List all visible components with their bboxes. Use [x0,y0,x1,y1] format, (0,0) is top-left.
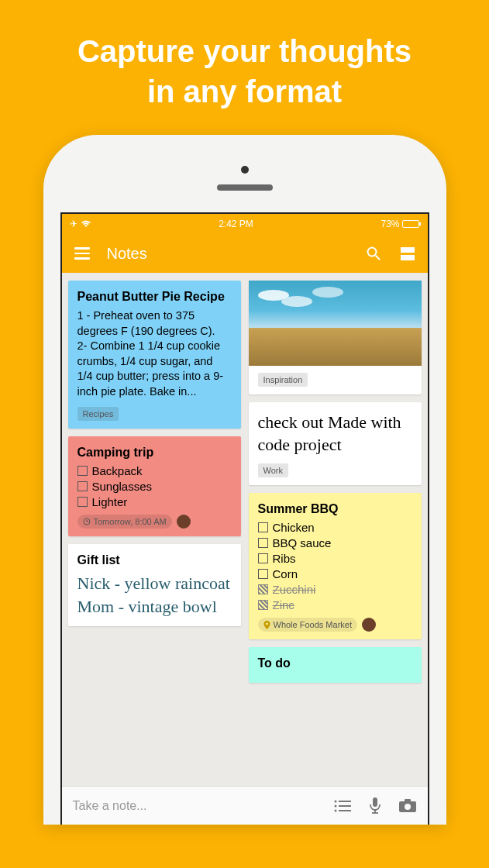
note-card-code[interactable]: check out Made with code project Work [249,402,422,485]
note-title: Camping trip [77,446,232,460]
column-right: Inspiration check out Made with code pro… [249,281,422,778]
location-row: Whole Foods Market [258,618,412,632]
note-title: To do [258,656,412,670]
note-label[interactable]: Inspiration [258,373,308,387]
note-card-giftlist[interactable]: Gift list Nick - yellow raincoat Mom - v… [68,544,241,625]
camera-icon[interactable] [398,797,417,815]
item-text: Corn [273,567,298,580]
checkbox-icon[interactable] [258,538,268,548]
reminder-row: Tomorrow, 8:00 AM [77,515,232,529]
location-chip[interactable]: Whole Foods Market [258,618,357,632]
battery-percent: 73% [381,219,399,229]
note-body: check out Made with code project [258,412,412,456]
checkbox-icon[interactable] [258,569,268,579]
view-toggle-icon[interactable] [398,244,417,263]
list-icon[interactable] [333,797,352,815]
svg-rect-9 [339,810,351,811]
note-label[interactable]: Recipes [77,407,119,421]
note-card-camping[interactable]: Camping trip Backpack Sunglasses Lighter… [68,436,241,536]
avatar[interactable] [177,515,191,529]
hero-text: Capture your thoughts in any format [0,0,489,135]
checkbox-icon[interactable] [77,497,88,507]
svg-line-1 [375,256,380,260]
note-image [249,281,422,366]
list-item[interactable]: Zinc [258,598,412,611]
list-item[interactable]: Zucchini [258,583,412,596]
checkbox-icon[interactable] [258,600,268,610]
bottom-bar: Take a note... [62,786,428,825]
location-text: Whole Foods Market [274,620,352,629]
svg-rect-7 [339,805,351,807]
hero-line1: Capture your thoughts [77,34,412,68]
notes-grid[interactable]: Peanut Butter Pie Recipe 1 - Preheat ove… [62,273,428,786]
svg-rect-14 [405,799,411,802]
note-title: Summer BBQ [258,502,412,516]
checkbox-icon[interactable] [258,553,268,563]
item-text: Zucchini [273,583,316,596]
svg-point-3 [266,622,268,625]
list-item[interactable]: BBQ sauce [258,536,412,549]
note-body: Nick - yellow raincoat Mom - vintage bow… [77,572,232,618]
checkbox-icon[interactable] [77,466,88,476]
list-item[interactable]: Backpack [77,464,232,477]
item-text: Lighter [92,495,128,508]
hero-line2: in any format [147,74,342,108]
reminder-chip[interactable]: Tomorrow, 8:00 AM [77,515,172,529]
note-title: Gift list [77,553,232,567]
list-item[interactable]: Sunglasses [77,480,232,493]
airplane-icon: ✈ [70,219,77,229]
note-body: 1 - Preheat oven to 375 degrees F (190 d… [77,308,232,399]
microphone-icon[interactable] [366,797,384,815]
phone-top [60,152,429,212]
svg-rect-5 [339,801,351,802]
status-bar: ✈ 2:42 PM 73% [62,214,428,234]
item-text: BBQ sauce [273,536,332,549]
phone-camera [241,166,249,174]
list-item[interactable]: Corn [258,567,412,580]
app-title: Notes [107,245,349,263]
battery-icon [402,220,419,228]
item-text: Sunglasses [92,480,153,493]
take-note-input[interactable]: Take a note... [73,799,319,813]
status-time: 2:42 PM [219,219,253,229]
svg-point-8 [334,809,336,811]
checkbox-icon[interactable] [258,584,268,594]
phone-speaker [217,184,273,191]
app-bar: Notes [62,234,428,273]
menu-icon[interactable] [73,244,91,263]
column-left: Peanut Butter Pie Recipe 1 - Preheat ove… [68,281,241,778]
list-item[interactable]: Chicken [258,521,412,534]
screen: ✈ 2:42 PM 73% Notes Peanut Butter P [60,212,429,825]
note-title: Peanut Butter Pie Recipe [77,290,232,304]
note-card-bbq[interactable]: Summer BBQ Chicken BBQ sauce Ribs Corn Z… [249,493,422,639]
item-text: Chicken [273,521,315,534]
note-card-todo[interactable]: To do [249,647,422,683]
list-item[interactable]: Ribs [258,552,412,565]
note-label[interactable]: Work [258,463,288,477]
checkbox-icon[interactable] [258,522,268,532]
reminder-text: Tomorrow, 8:00 AM [94,517,167,526]
svg-point-0 [367,248,376,257]
phone-frame: ✈ 2:42 PM 73% Notes Peanut Butter P [43,135,446,825]
svg-point-4 [334,800,336,802]
clock-icon [83,518,91,525]
wifi-icon [81,220,91,228]
pin-icon [263,621,270,629]
svg-rect-10 [373,797,377,807]
status-left: ✈ [70,219,91,229]
item-text: Zinc [273,598,294,611]
search-icon[interactable] [364,244,383,263]
list-item[interactable]: Lighter [77,495,232,508]
status-right: 73% [381,219,419,229]
checkbox-icon[interactable] [77,481,88,491]
svg-point-6 [334,804,336,807]
item-text: Ribs [273,552,296,565]
note-card-image[interactable]: Inspiration [249,281,422,394]
svg-point-15 [405,804,411,810]
note-card-recipe[interactable]: Peanut Butter Pie Recipe 1 - Preheat ove… [68,281,241,429]
item-text: Backpack [92,464,143,477]
avatar[interactable] [362,618,376,632]
